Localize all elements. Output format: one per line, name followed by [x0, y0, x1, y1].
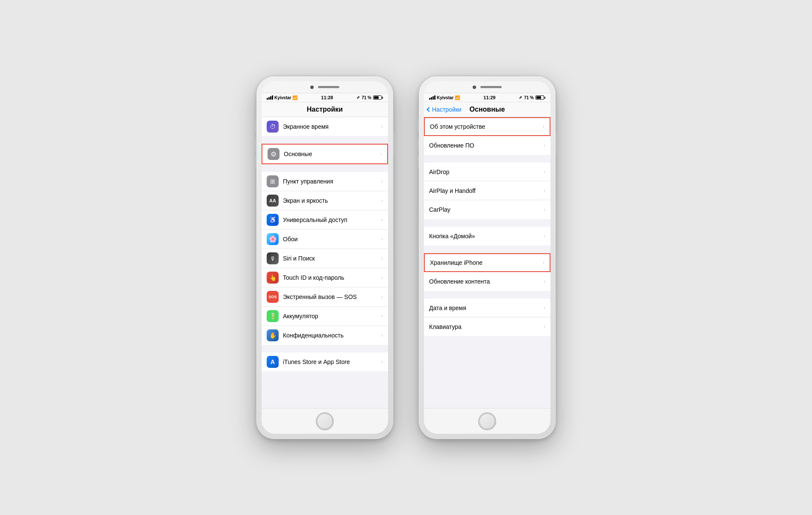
settings-group-3: ⊞ Пункт управления › AA Экран и яркость … — [262, 172, 388, 345]
airdrop-label: AirDrop — [429, 169, 544, 175]
settings-item-accessibility[interactable]: ♿ Универсальный доступ › — [262, 210, 388, 230]
sos-icon: SOS — [267, 291, 279, 303]
phone-2-screen: Kyivstar 📶 11:29 ⇗ 71 % Настройки Основн… — [424, 81, 550, 434]
detail-item-carplay[interactable]: CarPlay › — [424, 200, 550, 219]
datetime-label: Дата и время — [429, 305, 544, 311]
chevron-icon: › — [381, 255, 383, 261]
carrier-label: Kyivstar — [274, 95, 291, 100]
carrier-label-2: Kyivstar — [437, 95, 453, 100]
chevron-icon: › — [544, 233, 545, 239]
home-button-inner-2 — [480, 414, 495, 429]
wallpaper-icon: 🌸 — [267, 233, 279, 245]
speaker-icon — [318, 86, 339, 88]
chevron-icon: › — [381, 217, 383, 223]
status-right-2: ⇗ 71 % — [519, 95, 545, 100]
wifi-icon-2: 📶 — [455, 95, 460, 100]
control-center-label: Пункт управления — [283, 178, 381, 185]
display-icon: AA — [267, 195, 279, 207]
section-gap — [262, 136, 388, 144]
chevron-icon: › — [381, 236, 383, 242]
section-gap-d4 — [424, 291, 550, 299]
siri-icon: 🎙 — [267, 252, 279, 264]
wallpaper-label: Обои — [283, 236, 381, 243]
settings-item-privacy[interactable]: ✋ Конфиденциальность › — [262, 326, 388, 345]
phone-1-screen: Kyivstar 📶 11:28 ⇗ 71 % Настройки — [262, 81, 388, 434]
status-left-2: Kyivstar 📶 — [429, 95, 460, 100]
time-label-1: 11:28 — [321, 95, 333, 100]
display-label: Экран и яркость — [283, 197, 381, 204]
detail-item-keyboard[interactable]: Клавиатура › — [424, 317, 550, 336]
detail-group-1: Об этом устройстве › Обновление ПО › — [424, 117, 550, 155]
settings-group-2: ⚙ Основные › — [262, 144, 388, 164]
screen-time-icon: ⏱ — [267, 121, 279, 133]
general-label: Основные — [284, 151, 380, 157]
status-bar-2: Kyivstar 📶 11:29 ⇗ 71 % — [424, 93, 550, 102]
detail-item-airplay[interactable]: AirPlay и Handoff › — [424, 181, 550, 200]
siri-label: Siri и Поиск — [283, 255, 381, 262]
settings-item-display[interactable]: AA Экран и яркость › — [262, 191, 388, 210]
settings-item-siri[interactable]: 🎙 Siri и Поиск › — [262, 249, 388, 268]
detail-item-airdrop[interactable]: AirDrop › — [424, 163, 550, 181]
section-gap-d3 — [424, 246, 550, 253]
phone-2: Kyivstar 📶 11:29 ⇗ 71 % Настройки Основн… — [419, 76, 556, 439]
storage-label: Хранилище iPhone — [430, 259, 543, 266]
speaker-icon-2 — [480, 86, 502, 88]
back-button[interactable]: Настройки — [427, 106, 462, 113]
battery-label: Аккумулятор — [283, 313, 381, 320]
detail-item-update[interactable]: Обновление ПО › — [424, 136, 550, 155]
battery-icon — [373, 95, 383, 100]
sos-label: Экстренный вызов — SOS — [283, 293, 381, 300]
chevron-icon: › — [543, 124, 544, 130]
phone-2-bottom — [424, 408, 550, 434]
section-gap-d2 — [424, 219, 550, 227]
home-button-inner — [317, 414, 332, 429]
status-bar-1: Kyivstar 📶 11:28 ⇗ 71 % — [262, 93, 388, 102]
detail-group-5: Дата и время › Клавиатура › — [424, 299, 550, 336]
settings-item-control-center[interactable]: ⊞ Пункт управления › — [262, 172, 388, 191]
settings-item-appstore[interactable]: A iTunes Store и App Store › — [262, 352, 388, 371]
chevron-icon: › — [381, 275, 383, 281]
chevron-icon: › — [381, 294, 383, 300]
settings-item-wallpaper[interactable]: 🌸 Обои › — [262, 230, 388, 249]
settings-item-sos[interactable]: SOS Экстренный вызов — SOS › — [262, 287, 388, 307]
settings-group-1: ⏱ Экранное время › — [262, 117, 388, 136]
chevron-icon: › — [381, 124, 383, 130]
location-icon: ⇗ — [356, 95, 360, 100]
control-center-icon: ⊞ — [267, 175, 279, 187]
settings-item-touchid[interactable]: 👆 Touch ID и код-пароль › — [262, 268, 388, 287]
detail-item-homebutton[interactable]: Кнопка «Домой» › — [424, 227, 550, 246]
airplay-label: AirPlay и Handoff — [429, 187, 544, 194]
battery-icon-2 — [535, 95, 545, 100]
camera-icon — [310, 86, 314, 89]
chevron-icon: › — [544, 142, 545, 148]
chevron-icon: › — [544, 207, 545, 213]
chevron-icon: › — [381, 198, 383, 204]
back-label: Настройки — [432, 106, 462, 113]
settings-item-battery[interactable]: 🔋 Аккумулятор › — [262, 307, 388, 326]
settings-item-screen-time[interactable]: ⏱ Экранное время › — [262, 117, 388, 136]
battery-percent-2: 71 % — [524, 95, 534, 100]
phone-2-top — [424, 81, 550, 93]
privacy-label: Конфиденциальность — [283, 332, 381, 339]
detail-item-about[interactable]: Об этом устройстве › — [424, 117, 550, 136]
chevron-icon: › — [544, 278, 545, 284]
camera-icon-2 — [473, 86, 476, 89]
wifi-icon: 📶 — [292, 95, 297, 100]
chevron-icon: › — [544, 324, 545, 330]
detail-item-storage[interactable]: Хранилище iPhone › — [424, 253, 550, 272]
detail-item-datetime[interactable]: Дата и время › — [424, 299, 550, 317]
detail-item-bgrefresh[interactable]: Обновление контента › — [424, 272, 550, 291]
chevron-icon: › — [380, 151, 382, 157]
settings-item-general[interactable]: ⚙ Основные › — [262, 144, 388, 164]
home-button-1[interactable] — [316, 412, 334, 430]
battery-percent: 71 % — [362, 95, 371, 100]
update-label: Обновление ПО — [429, 142, 544, 149]
status-left: Kyivstar 📶 — [267, 95, 297, 100]
chevron-icon: › — [381, 359, 383, 365]
phone-1: Kyivstar 📶 11:28 ⇗ 71 % Настройки — [256, 76, 393, 439]
home-button-2[interactable] — [478, 412, 496, 430]
battery-settings-icon: 🔋 — [267, 310, 279, 322]
location-icon-2: ⇗ — [519, 95, 522, 100]
accessibility-label: Универсальный доступ — [283, 216, 381, 223]
appstore-label: iTunes Store и App Store — [283, 358, 381, 365]
